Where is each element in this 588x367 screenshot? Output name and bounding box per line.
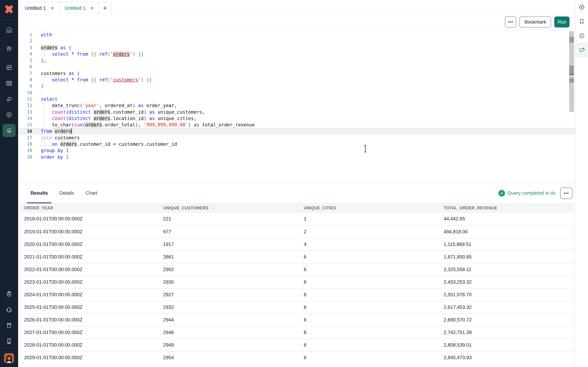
- table-cell: 2022-01-01T00:00:00.000Z: [24, 267, 163, 272]
- code-line[interactable]: 1with: [18, 32, 575, 38]
- sql-editor[interactable]: 1with23orders as (4select * from {{ ref(…: [18, 30, 575, 183]
- sidebar-item-docs[interactable]: [0, 319, 18, 332]
- code-line[interactable]: 10: [18, 90, 575, 96]
- sidebar-item-support[interactable]: [0, 303, 18, 316]
- results-tab-results[interactable]: Results: [27, 183, 52, 203]
- right-item-history[interactable]: [576, 29, 588, 43]
- hex-logo[interactable]: [0, 3, 18, 16]
- new-tab-button[interactable]: +: [99, 2, 111, 14]
- user-avatar[interactable]: [0, 352, 18, 365]
- code-token: from: [41, 129, 52, 134]
- code-token: [66, 71, 69, 76]
- code-token: count: [52, 116, 66, 121]
- code-token: [96, 77, 99, 83]
- code-text: ),: [41, 57, 46, 64]
- right-item-ai-chat[interactable]: [576, 43, 588, 58]
- compass-icon: [5, 111, 13, 118]
- code-line[interactable]: 15to_char(sum(orders.order_total), '999,…: [18, 122, 575, 128]
- table-cell: 6: [304, 342, 444, 348]
- query-status-area: ✓ Query completed in 4s •••: [498, 188, 575, 199]
- column-header[interactable]: UNIQUE_CITIES: [304, 206, 444, 210]
- code-line[interactable]: 9): [18, 83, 575, 89]
- table-row[interactable]: 2030-01-01T00:00:00.000Z287961,841,049.3…: [21, 364, 573, 367]
- code-token: orders: [94, 109, 110, 115]
- query-status-text: Query completed in 4s: [508, 190, 555, 196]
- code-line[interactable]: 18on orders.customer_id = customers.cust…: [18, 141, 575, 147]
- sidebar-item-collections[interactable]: [0, 42, 18, 55]
- sidebar-item-changelog[interactable]: [0, 288, 18, 300]
- more-options-button[interactable]: •••: [505, 17, 516, 27]
- table-row[interactable]: 2027-01-01T00:00:00.000Z294662,742,751.3…: [21, 326, 573, 338]
- code-text: select * from {{ ref('orders') }}: [41, 51, 144, 57]
- right-item-bookmarks[interactable]: [576, 14, 588, 29]
- table-row[interactable]: 2020-01-01T00:00:00.000Z191741,115,869.5…: [21, 238, 573, 250]
- close-tab-icon[interactable]: ✕: [90, 6, 94, 11]
- code-token: .location_id: [110, 116, 144, 121]
- sidebar-item-notebooks-active[interactable]: [0, 124, 18, 137]
- code-line[interactable]: 12date_trunc('year', ordered_at) as orde…: [18, 102, 575, 109]
- document-tab[interactable]: Untitled 1✕: [59, 2, 99, 14]
- sidebar-item-apps[interactable]: [0, 61, 18, 74]
- table-row[interactable]: 2024-01-01T00:00:00.000Z292762,551,076.7…: [21, 288, 573, 301]
- compass-icon: [578, 4, 585, 11]
- sidebar-item-organization[interactable]: [0, 335, 18, 348]
- table-header-row: ORDER_YEARUNIQUE_CUSTOMERSUNIQUE_CITIEST…: [21, 203, 573, 213]
- table-row[interactable]: 2022-01-01T00:00:00.000Z290262,325,556.1…: [21, 263, 573, 275]
- code-line[interactable]: 3orders as (: [18, 44, 575, 51]
- column-header[interactable]: TOTAL_ORDER_REVENUE: [444, 206, 573, 210]
- code-token: ): [41, 58, 44, 63]
- table-row[interactable]: 2021-01-01T00:00:00.000Z266161,871,800.8…: [21, 250, 573, 263]
- run-button[interactable]: Run: [554, 17, 570, 27]
- table-row[interactable]: 2023-01-01T00:00:00.000Z293062,453,253.3…: [21, 275, 573, 288]
- code-line[interactable]: 7customers as (: [18, 70, 575, 77]
- column-header[interactable]: ORDER_YEAR: [24, 206, 163, 210]
- code-line[interactable]: 17join customers: [18, 134, 575, 141]
- code-text: date_trunc('year', ordered_at) as order_…: [41, 102, 177, 109]
- code-token: ): [135, 122, 138, 127]
- results-more-button[interactable]: •••: [560, 188, 572, 199]
- home-icon: [5, 26, 13, 33]
- table-cell: 2019-01-01T00:00:00.000Z: [24, 229, 163, 234]
- document-tab[interactable]: Untitled 1✕: [19, 2, 59, 14]
- table-row[interactable]: 2019-01-01T00:00:00.000Z9772494,818.00: [21, 225, 573, 238]
- editor-scrollbar[interactable]: [569, 31, 574, 112]
- line-number: 3: [18, 44, 32, 51]
- code-line[interactable]: 8select * from {{ ref('customers') }}: [18, 77, 575, 83]
- code-token: ,: [44, 58, 46, 63]
- table-row[interactable]: 2025-01-01T00:00:00.000Z293262,617,453.3…: [21, 301, 573, 313]
- code-line[interactable]: 20order by 1: [18, 154, 575, 160]
- indent-guide: [41, 77, 52, 83]
- code-token: }}: [147, 77, 152, 83]
- code-line[interactable]: 11select: [18, 96, 575, 102]
- table-row[interactable]: 2018-01-01T00:00:00.000Z221144,442.65: [21, 213, 573, 225]
- code-line[interactable]: 19group by 1: [18, 147, 575, 154]
- code-text: on orders.customer_id = customers.custom…: [41, 141, 177, 147]
- code-line[interactable]: 14count(distinct orders.location_id) as …: [18, 115, 575, 122]
- table-row[interactable]: 2026-01-01T00:00:00.000Z294462,690,570.7…: [21, 313, 573, 326]
- code-line[interactable]: 4select * from {{ ref('orders') }}: [18, 51, 575, 57]
- code-text: count(distinct orders.customer_id) as un…: [41, 109, 205, 115]
- close-tab-icon[interactable]: ✕: [51, 6, 54, 11]
- code-token: [144, 77, 147, 83]
- results-tab-chart[interactable]: Chart: [82, 183, 101, 203]
- code-line[interactable]: 16from orders: [18, 128, 575, 134]
- code-line[interactable]: 5),: [18, 57, 575, 64]
- table-row[interactable]: 2028-01-01T00:00:00.000Z294962,808,539.0…: [21, 338, 573, 351]
- bookmark-button[interactable]: Bookmark: [519, 17, 551, 27]
- code-token: on: [52, 142, 58, 147]
- sidebar-item-code-apps[interactable]: [0, 77, 18, 90]
- column-header[interactable]: UNIQUE_CUSTOMERS: [163, 206, 304, 210]
- code-line[interactable]: 13count(distinct orders.customer_id) as …: [18, 109, 575, 115]
- code-token: 1: [66, 154, 69, 160]
- sidebar-item-explore[interactable]: [0, 108, 18, 121]
- table-cell: 6: [304, 317, 444, 323]
- results-tab-details[interactable]: Details: [56, 183, 78, 203]
- results-table[interactable]: ORDER_YEARUNIQUE_CUSTOMERSUNIQUE_CITIEST…: [21, 203, 574, 367]
- table-row[interactable]: 2029-01-01T00:00:00.000Z295462,845,473.9…: [21, 351, 573, 364]
- headset-icon: [5, 306, 13, 313]
- right-item-explore[interactable]: [576, 0, 588, 14]
- sidebar-item-home[interactable]: [0, 23, 18, 36]
- code-line[interactable]: 6: [18, 64, 575, 70]
- sidebar-item-components[interactable]: [0, 93, 18, 106]
- code-line[interactable]: 2: [18, 38, 575, 44]
